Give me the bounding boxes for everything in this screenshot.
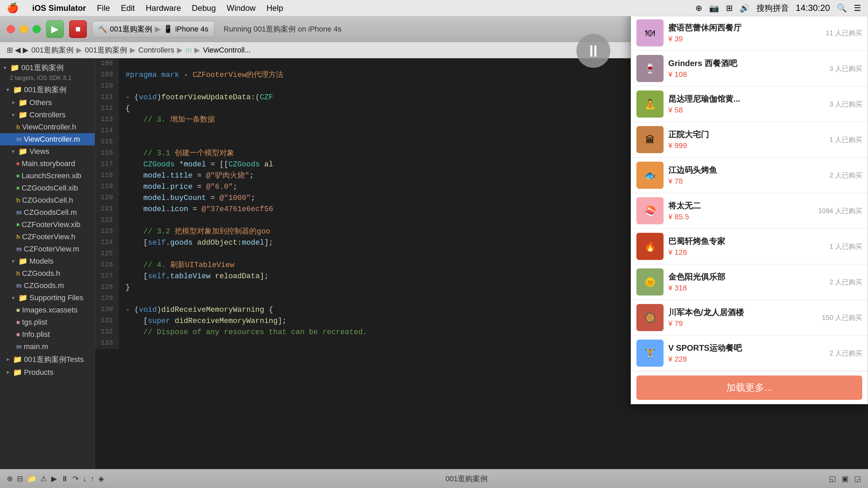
restaurant-item-4[interactable]: 🐟 江边码头烤鱼 ¥ 78 2 人已购买 [631, 158, 868, 193]
panel-center-icon[interactable]: ▣ [842, 474, 849, 483]
sidebar-item-czfooterview-m[interactable]: m CZFooterView.m [0, 243, 95, 255]
stop-button[interactable]: ■ [69, 20, 87, 38]
sidebar-item-products[interactable]: ▼ 📁 Products [0, 366, 95, 379]
menu-debug[interactable]: Debug [192, 3, 216, 13]
panel-left-icon[interactable]: ◱ [829, 474, 836, 483]
products-icon: 📁 [13, 368, 22, 377]
load-more-button[interactable]: 加载更多... [636, 375, 862, 400]
menu-file[interactable]: File [97, 3, 110, 13]
sidebar-item-czgoodscell-h[interactable]: h CZGoodsCell.h [0, 194, 95, 206]
sidebar-item-czgoodscell-xib[interactable]: ■ CZGoodsCell.xib [0, 182, 95, 194]
restaurant-item-6[interactable]: 🔥 巴蜀轩烤鱼专家 ¥ 128 1 人已购买 [631, 229, 868, 264]
restaurant-list[interactable]: 🍽 蜜语芭蕾休闲西餐厅 ¥ 39 11 人已购买 🍷 Grinders 西餐酒吧… [631, 15, 868, 404]
sidebar-item-viewcontroller-m[interactable]: m ViewController.m [0, 133, 95, 145]
panel-right-icon[interactable]: ◲ [854, 474, 861, 483]
minimize-button[interactable] [20, 25, 28, 33]
restaurant-thumb-1: 🍷 [636, 55, 664, 82]
controllers-icon: 📁 [18, 110, 27, 119]
restaurant-item-8[interactable]: 🥘 川军本色/龙人居酒楼 ¥ 79 150 人已购买 [631, 300, 868, 336]
minus-icon[interactable]: ⊟ [17, 474, 23, 483]
debug-pause-icon[interactable]: ⏸ [61, 474, 68, 483]
pause-overlay-button[interactable]: ⏸ [576, 34, 610, 68]
menu-hardware[interactable]: Hardware [146, 3, 181, 13]
restaurant-item-9[interactable]: 🏋 V SPORTS运动餐吧 ¥ 228 2 人已购买 [631, 336, 868, 371]
close-button[interactable] [7, 25, 15, 33]
debug-run-icon[interactable]: ▶ [51, 474, 57, 483]
sidebar-item-czfooterview-xib[interactable]: ■ CZFooterView.xib [0, 219, 95, 231]
xcassets-icon: ■ [16, 307, 20, 314]
restaurant-count-0: 11 人已购买 [826, 28, 862, 38]
restaurant-item-5[interactable]: 🍣 将太无二 ¥ 85.5 1094 人已购买 [631, 193, 868, 229]
sidebar-item-main-storyboard[interactable]: ■ Main.storyboard [0, 158, 95, 170]
plist2-icon: ■ [16, 331, 20, 338]
sidebar-item-viewcontroller-h[interactable]: h ViewController.h [0, 121, 95, 133]
restaurant-price-7: ¥ 318 [668, 284, 825, 292]
sidebar-item-controllers[interactable]: ▼ 📁 Controllers [0, 109, 95, 121]
status-center-text: 001逛购案例 [110, 474, 824, 484]
restaurant-count-6: 1 人已购买 [829, 242, 862, 251]
sidebar-czgoodscell-h-label: CZGoodsCell.h [22, 196, 73, 205]
sidebar-czfooterview-h-label: CZFooterView.h [22, 232, 75, 241]
sidebar-item-tests[interactable]: ▼ 📁 001逛购案例Tests [0, 353, 95, 366]
sidebar-item-tgs-plist[interactable]: ■ tgs.plist [0, 316, 95, 328]
restaurant-price-2: ¥ 58 [668, 106, 825, 115]
maximize-button[interactable] [33, 25, 41, 33]
sidebar-item-czgoodscell-m[interactable]: m CZGoodsCell.m [0, 206, 95, 219]
restaurant-name-9: V SPORTS运动餐吧 [668, 343, 825, 353]
sidebar-czgoodscell-xib-label: CZGoodsCell.xib [22, 184, 78, 192]
warning-icon[interactable]: ⚠ [40, 474, 47, 483]
sidebar-products-label: Products [24, 368, 54, 377]
restaurant-item-7[interactable]: 🌞 金色阳光俱乐部 ¥ 318 2 人已购买 [631, 264, 868, 300]
sidebar-item-main-m[interactable]: m main.m [0, 341, 95, 353]
sidebar-main-m-label: main.m [24, 342, 48, 351]
scheme-icon: 🔨 [98, 25, 107, 34]
restaurant-name-4: 江边码头烤鱼 [668, 165, 825, 176]
debug-step-icon[interactable]: ↷ [73, 474, 79, 483]
menu-ios-simulator[interactable]: iOS Simulator [32, 3, 86, 13]
input-source[interactable]: 搜狗拼音 [756, 3, 789, 14]
file-h2-icon: h [16, 197, 20, 204]
restaurant-item-3[interactable]: 🏛 正院大宅门 ¥ 999 1 人已购买 [631, 122, 868, 158]
file-h3-icon: h [16, 233, 20, 241]
apple-menu[interactable]: 🍎 [7, 2, 19, 14]
restaurant-item-1[interactable]: 🍷 Grinders 西餐酒吧 ¥ 108 3 人已购买 [631, 51, 868, 86]
project-subtitle: 2 targets, iOS SDK 8.1 [0, 75, 95, 83]
debug-loc-icon[interactable]: ◈ [98, 474, 104, 483]
menu-edit[interactable]: Edit [121, 3, 135, 13]
scheme-selector[interactable]: 🔨 001逛购案例 ▶ 📱 iPhone 4s [92, 21, 214, 37]
restaurant-count-9: 2 人已购买 [829, 349, 862, 358]
sidebar-item-info-plist[interactable]: ■ Info.plist [0, 328, 95, 341]
sidebar-project-root[interactable]: ▼ 📁 001逛购案例 [0, 61, 95, 75]
debug-out-icon[interactable]: ↑ [91, 474, 94, 483]
sidebar-item-launchscreen[interactable]: ■ LaunchScreen.xib [0, 170, 95, 182]
sidebar-item-target[interactable]: ▼ 📁 001逛购案例 [0, 83, 95, 97]
restaurant-info-1: Grinders 西餐酒吧 ¥ 108 [668, 58, 825, 79]
debug-in-icon[interactable]: ↓ [83, 474, 86, 483]
breadcrumb-3[interactable]: Controllers [138, 46, 174, 55]
search-icon[interactable]: 🔍 [837, 3, 847, 13]
camera-icon: 📷 [709, 3, 719, 13]
sidebar-item-czgoods-m[interactable]: m CZGoods.m [0, 280, 95, 292]
sidebar-item-views[interactable]: ▼ 📁 Views [0, 145, 95, 158]
notification-icon[interactable]: ☰ [854, 3, 861, 13]
menu-window[interactable]: Window [227, 3, 256, 13]
sidebar-item-others[interactable]: ▼ 📁 Others [0, 97, 95, 109]
breadcrumb-2[interactable]: 001逛购案例 [85, 45, 127, 55]
run-button[interactable]: ▶ [46, 20, 64, 38]
restaurant-item-2[interactable]: 🧘 昆达理尼瑜伽馆黄... ¥ 58 3 人已购买 [631, 86, 868, 122]
restaurant-price-6: ¥ 128 [668, 248, 825, 257]
target-icon: 📁 [13, 85, 22, 94]
sidebar-item-images-xcassets[interactable]: ■ Images.xcassets [0, 304, 95, 316]
sidebar-item-supporting[interactable]: ▼ 📁 Supporting Files [0, 292, 95, 304]
sidebar-item-models[interactable]: ▼ 📁 Models [0, 255, 95, 267]
breadcrumb-1[interactable]: 001逛购案例 [31, 45, 74, 55]
menu-help[interactable]: Help [267, 3, 283, 13]
folder-status-icon[interactable]: 📁 [27, 474, 36, 483]
add-icon[interactable]: ⊕ [7, 474, 13, 483]
sidebar-item-czfooterview-h[interactable]: h CZFooterView.h [0, 231, 95, 243]
file-m-icon: m [16, 136, 22, 143]
triangle-icon: ▼ [5, 87, 10, 93]
sidebar-item-czgoods-h[interactable]: h CZGoods.h [0, 267, 95, 280]
views-icon: 📁 [18, 147, 27, 156]
restaurant-item-0[interactable]: 🍽 蜜语芭蕾休闲西餐厅 ¥ 39 11 人已购买 [631, 15, 868, 51]
